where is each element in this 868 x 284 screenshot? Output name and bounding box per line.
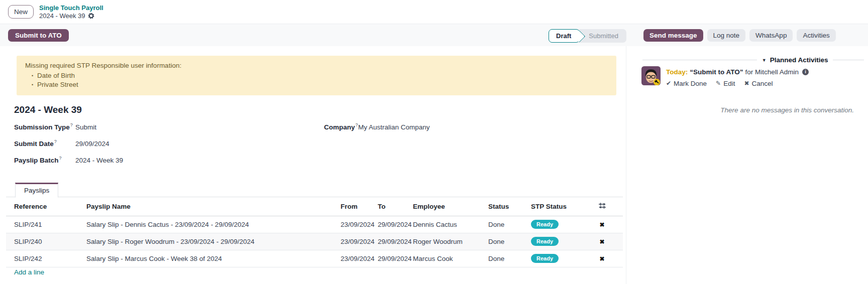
planned-activities-title[interactable]: Planned Activities — [770, 56, 828, 64]
activity-assignee: for Mitchell Admin — [745, 68, 799, 76]
delete-row-icon[interactable]: ✖ — [599, 255, 604, 262]
activity-due-date: Today: — [666, 68, 688, 76]
warning-alert-item: Private Street — [37, 80, 608, 89]
edit-activity-button[interactable]: ✎ Edit — [716, 80, 735, 87]
cell-payslip-name[interactable]: Salary Slip - Marcus Cook - Week 38 of 2… — [86, 250, 341, 267]
field-value[interactable]: Submit — [75, 123, 96, 131]
cell-reference[interactable]: SLIP/240 — [6, 233, 86, 250]
column-from[interactable]: From — [341, 197, 378, 216]
field-label: Submission Type — [14, 123, 70, 131]
breadcrumb-model-link[interactable]: Single Touch Payroll — [39, 4, 103, 12]
stp-status-badge[interactable]: Ready — [531, 254, 559, 263]
chatter-buttons: Send message Log note WhatsApp Activitie… — [643, 29, 836, 42]
field-value[interactable]: 29/09/2024 — [75, 140, 110, 148]
field-group-left: Submission Type? Submit Submit Date? 29/… — [14, 122, 123, 172]
cell-employee[interactable]: Dennis Cactus — [413, 216, 488, 233]
cancel-activity-button[interactable]: ✖ Cancel — [744, 80, 773, 87]
cell-from[interactable]: 23/09/2024 — [341, 216, 378, 233]
column-payslip-name[interactable]: Payslip Name — [86, 197, 341, 216]
column-stp-status[interactable]: STP Status — [531, 197, 581, 216]
warning-alert: Missing required STP Responsible user in… — [17, 56, 616, 95]
payslips-table: Reference Payslip Name From To Employee … — [6, 197, 623, 267]
statusbar: Draft Submitted — [549, 29, 626, 43]
cell-delete: ✖ — [581, 216, 623, 233]
field-submit-date: Submit Date? 29/09/2024 — [14, 139, 123, 149]
cell-from[interactable]: 23/09/2024 — [341, 233, 378, 250]
help-icon[interactable]: ? — [59, 156, 62, 161]
divider — [642, 60, 757, 60]
cell-stp-status: Ready — [531, 233, 581, 250]
cell-employee[interactable]: Marcus Cook — [413, 250, 488, 267]
breadcrumb-record: 2024 - Week 39 — [39, 12, 85, 20]
info-icon[interactable]: i — [802, 69, 809, 75]
breadcrumb-bar: New Single Touch Payroll 2024 - Week 39 — [0, 0, 868, 24]
field-value[interactable]: My Australian Company — [358, 123, 430, 131]
field-payslip-batch: Payslip Batch? 2024 - Week 39 — [14, 156, 123, 165]
empty-conversation-message: There are no messages in this conversati… — [720, 106, 854, 114]
help-icon[interactable]: ? — [356, 122, 358, 127]
whatsapp-button[interactable]: WhatsApp — [749, 29, 793, 42]
column-reference[interactable]: Reference — [6, 197, 86, 216]
tab-payslips[interactable]: Payslips — [15, 183, 58, 198]
chatter-panel: ▼ Planned Activities Today: — [626, 46, 868, 284]
log-note-button[interactable]: Log note — [707, 29, 746, 42]
chevron-down-icon[interactable]: ▼ — [762, 58, 767, 63]
delete-row-icon[interactable]: ✖ — [599, 221, 604, 228]
warning-alert-title: Missing required STP Responsible user in… — [25, 61, 608, 70]
table-row[interactable]: SLIP/241 Salary Slip - Dennis Cactus - 2… — [6, 216, 623, 233]
cell-payslip-name[interactable]: Salary Slip - Dennis Cactus - 23/09/2024… — [86, 216, 341, 233]
status-step-draft[interactable]: Draft — [549, 29, 580, 43]
column-status[interactable]: Status — [488, 197, 531, 216]
planned-activities-header: ▼ Planned Activities — [642, 56, 864, 64]
stp-status-badge[interactable]: Ready — [531, 220, 559, 229]
cell-reference[interactable]: SLIP/241 — [6, 216, 86, 233]
new-button[interactable]: New — [8, 5, 34, 19]
cell-employee[interactable]: Roger Woodrum — [413, 233, 488, 250]
help-icon[interactable]: ? — [70, 122, 73, 127]
pencil-icon: ✎ — [716, 80, 721, 87]
cell-to[interactable]: 29/09/2024 — [378, 233, 413, 250]
activities-button[interactable]: Activities — [797, 29, 835, 42]
submit-to-ato-button[interactable]: Submit to ATO — [8, 29, 69, 42]
cell-payslip-name[interactable]: Salary Slip - Roger Woodrum - 23/09/2024… — [86, 233, 341, 250]
field-value[interactable]: 2024 - Week 39 — [75, 157, 123, 164]
cell-from[interactable]: 23/09/2024 — [341, 250, 378, 267]
table-header-row: Reference Payslip Name From To Employee … — [6, 197, 623, 216]
delete-row-icon[interactable]: ✖ — [599, 238, 604, 245]
activity-item: Today: “Submit to ATO” for Mitchell Admi… — [641, 66, 809, 88]
field-company: Company? My Australian Company — [324, 122, 430, 132]
optional-columns-icon[interactable] — [581, 197, 623, 216]
field-submission-type: Submission Type? Submit — [14, 122, 123, 132]
warning-alert-list: Date of Birth Private Street — [25, 71, 608, 89]
gear-icon[interactable] — [88, 13, 94, 19]
cell-delete: ✖ — [581, 233, 623, 250]
cell-status[interactable]: Done — [488, 250, 531, 267]
form-sheet: Missing required STP Responsible user in… — [0, 46, 626, 284]
field-label: Company — [324, 123, 355, 131]
stp-status-badge[interactable]: Ready — [531, 237, 559, 246]
close-icon: ✖ — [744, 80, 749, 87]
send-message-button[interactable]: Send message — [643, 29, 703, 42]
cell-delete: ✖ — [581, 250, 623, 267]
notebook-tabs: Payslips — [6, 183, 623, 197]
table-row[interactable]: SLIP/242 Salary Slip - Marcus Cook - Wee… — [6, 250, 623, 267]
column-to[interactable]: To — [378, 197, 413, 216]
add-a-line-link[interactable]: Add a line — [14, 268, 44, 276]
cell-status[interactable]: Done — [488, 216, 531, 233]
cell-reference[interactable]: SLIP/242 — [6, 250, 86, 267]
activity-summary[interactable]: “Submit to ATO” — [690, 68, 743, 76]
cell-to[interactable]: 29/09/2024 — [378, 250, 413, 267]
warning-alert-item: Date of Birth — [37, 71, 608, 80]
column-employee[interactable]: Employee — [413, 197, 488, 216]
divider — [833, 60, 864, 60]
avatar[interactable] — [641, 66, 661, 85]
breadcrumb: Single Touch Payroll 2024 - Week 39 — [39, 4, 103, 20]
cell-stp-status: Ready — [531, 216, 581, 233]
table-row[interactable]: SLIP/240 Salary Slip - Roger Woodrum - 2… — [6, 233, 623, 250]
record-title: 2024 - Week 39 — [14, 104, 82, 115]
cell-status[interactable]: Done — [488, 233, 531, 250]
cell-to[interactable]: 29/09/2024 — [378, 216, 413, 233]
help-icon[interactable]: ? — [54, 139, 57, 144]
mark-done-button[interactable]: ✔ Mark Done — [666, 80, 707, 87]
field-label: Submit Date — [14, 140, 54, 148]
